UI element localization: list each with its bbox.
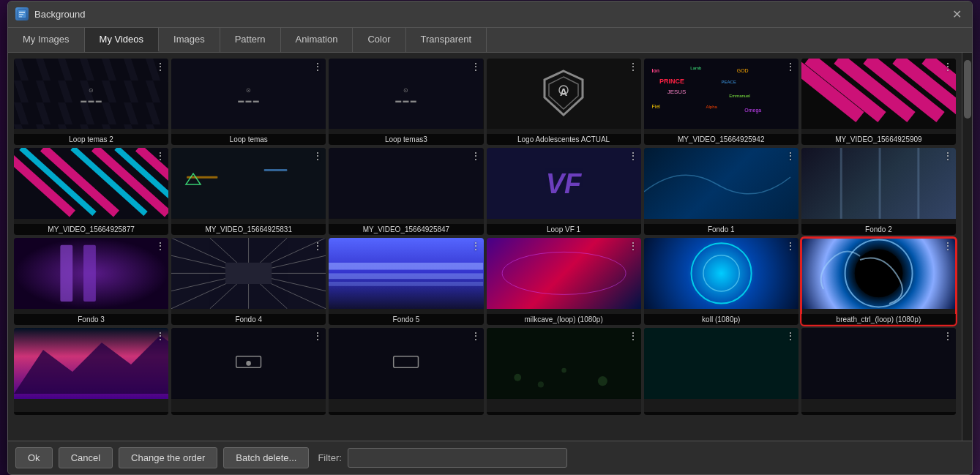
scrollbar-track[interactable] — [962, 53, 972, 441]
svg-rect-94 — [801, 328, 956, 399]
thumb-video-877[interactable]: ⋮ MY_VIDEO_15664925877 — [14, 148, 168, 235]
thumb-menu-icon[interactable]: ⋮ — [471, 151, 481, 161]
svg-rect-1 — [19, 12, 25, 13]
thumb-video-847[interactable]: ⋮ MY_VIDEO_15664925847 — [329, 148, 483, 235]
thumb-dark-plain2[interactable]: ⋮ — [329, 328, 483, 415]
change-order-button[interactable]: Change the order — [119, 447, 217, 468]
thumb-fondo4[interactable]: ⋮ Fondo 4 — [171, 238, 326, 325]
thumb-menu-icon[interactable]: ⋮ — [313, 151, 323, 161]
svg-text:⊙: ⊙ — [89, 86, 94, 93]
thumb-menu-icon[interactable]: ⋮ — [943, 151, 953, 161]
thumb-loop-temas3[interactable]: ⊙ ▬ ▬ ▬ ⋮ Loop temas3 — [329, 59, 483, 146]
thumb-label — [329, 412, 483, 415]
thumb-label — [801, 412, 956, 415]
tab-transparent[interactable]: Transparent — [406, 28, 487, 52]
thumb-green-dark[interactable]: ⋮ — [487, 328, 641, 415]
svg-text:Lamb: Lamb — [690, 65, 702, 70]
thumb-dots[interactable]: ⋮ — [171, 328, 326, 415]
thumb-menu-icon[interactable]: ⋮ — [943, 61, 953, 72]
svg-rect-9 — [171, 59, 326, 130]
thumb-menu-icon[interactable]: ⋮ — [313, 331, 323, 341]
thumb-menu-icon[interactable]: ⋮ — [628, 61, 638, 72]
tab-my-images[interactable]: My Images — [8, 28, 85, 52]
window-title: Background — [34, 9, 85, 20]
svg-point-92 — [537, 381, 543, 387]
tabs-bar: My Images My Videos Images Pattern Anima… — [8, 28, 972, 53]
thumb-mountains[interactable]: ⋮ — [14, 328, 168, 415]
svg-rect-50 — [840, 148, 842, 219]
thumb-label — [644, 412, 798, 415]
thumb-menu-icon[interactable]: ⋮ — [155, 151, 165, 161]
thumb-video-942[interactable]: Ion Lamb GOD PRINCE PEACE JESUS Emmanuel… — [644, 59, 798, 146]
tab-pattern[interactable]: Pattern — [220, 28, 281, 52]
thumb-menu-icon[interactable]: ⋮ — [155, 241, 165, 251]
svg-rect-44 — [171, 148, 326, 219]
thumbnail-grid-area: ⊙ ▬ ▬ ▬ ⋮ Loop temas 2 ⊙ ▬ ▬ ▬ — [8, 53, 962, 441]
svg-rect-73 — [329, 263, 483, 270]
thumb-loop-temas[interactable]: ⊙ ▬ ▬ ▬ ⋮ Loop temas — [171, 59, 326, 146]
thumb-menu-icon[interactable]: ⋮ — [785, 331, 796, 341]
thumb-menu-icon[interactable]: ⋮ — [471, 331, 481, 341]
scrollbar-thumb[interactable] — [964, 60, 971, 119]
thumb-koll[interactable]: ⋮ koll (1080p) — [644, 238, 798, 325]
svg-text:▬ ▬ ▬: ▬ ▬ ▬ — [239, 97, 259, 104]
thumb-menu-icon[interactable]: ⋮ — [628, 331, 638, 341]
thumb-fondo3[interactable]: ⋮ Fondo 3 — [14, 238, 168, 325]
thumb-menu-icon[interactable]: ⋮ — [155, 331, 165, 341]
thumb-label: Fondo 5 — [329, 314, 483, 325]
thumb-menu-icon[interactable]: ⋮ — [785, 151, 796, 161]
thumb-menu-icon[interactable]: ⋮ — [313, 241, 323, 251]
thumb-menu-icon[interactable]: ⋮ — [785, 61, 796, 72]
svg-text:PEACE: PEACE — [721, 79, 736, 83]
thumb-menu-icon[interactable]: ⋮ — [943, 331, 953, 341]
thumb-menu-icon[interactable]: ⋮ — [155, 61, 165, 72]
svg-point-90 — [561, 368, 566, 373]
thumb-teal-dark[interactable]: ⋮ — [644, 328, 798, 415]
svg-rect-12 — [329, 59, 483, 130]
svg-text:PRINCE: PRINCE — [659, 77, 684, 84]
thumb-menu-icon[interactable]: ⋮ — [471, 241, 481, 251]
thumb-loop-temas-2[interactable]: ⊙ ▬ ▬ ▬ ⋮ Loop temas 2 — [14, 59, 168, 146]
svg-rect-76 — [487, 238, 641, 309]
thumb-fondo5[interactable]: ⋮ Fondo 5 — [329, 238, 483, 325]
thumb-menu-icon[interactable]: ⋮ — [628, 241, 638, 251]
svg-point-78 — [691, 243, 751, 303]
thumb-label: Fondo 2 — [801, 224, 956, 235]
thumb-logo[interactable]: A ⋮ Logo Adolescentes ACTUAL — [487, 59, 641, 146]
thumb-menu-icon[interactable]: ⋮ — [785, 241, 796, 251]
svg-text:A: A — [560, 86, 567, 98]
thumb-video-831[interactable]: ⋮ MY_VIDEO_15664925831 — [171, 148, 326, 235]
thumb-menu-icon[interactable]: ⋮ — [471, 61, 481, 72]
thumb-menu-icon[interactable]: ⋮ — [628, 151, 638, 161]
window-icon — [15, 7, 29, 20]
svg-point-85 — [246, 361, 251, 366]
close-button[interactable]: ✕ — [949, 6, 965, 22]
thumb-fondo2[interactable]: ⋮ Fondo 2 — [801, 148, 956, 235]
svg-point-89 — [514, 374, 521, 381]
tab-images[interactable]: Images — [159, 28, 220, 52]
thumb-breath[interactable]: ⋮ breath_ctrl_(loop) (1080p) — [801, 238, 956, 325]
thumb-video-909[interactable]: ⋮ MY_VIDEO_15664925909 — [801, 59, 956, 146]
thumb-fondo1[interactable]: ⋮ Fondo 1 — [644, 148, 798, 235]
thumb-label: MY_VIDEO_15664925831 — [171, 224, 326, 235]
svg-text:▬ ▬ ▬: ▬ ▬ ▬ — [396, 97, 416, 104]
tab-animation[interactable]: Animation — [281, 28, 354, 52]
cancel-button[interactable]: Cancel — [59, 447, 113, 468]
filter-input[interactable] — [348, 448, 567, 468]
thumb-label — [171, 412, 326, 415]
svg-text:Fiel: Fiel — [651, 103, 660, 108]
tab-my-videos[interactable]: My Videos — [85, 28, 159, 52]
thumb-label: MY_VIDEO_15664925942 — [644, 134, 798, 145]
thumb-menu-icon[interactable]: ⋮ — [313, 61, 323, 72]
thumb-milkcave[interactable]: ⋮ milkcave_(loop) (1080p) — [487, 238, 641, 325]
thumb-label — [14, 412, 168, 415]
batch-delete-button[interactable]: Batch delete... — [223, 447, 309, 468]
tab-color[interactable]: Color — [353, 28, 405, 52]
thumb-menu-icon[interactable]: ⋮ — [943, 241, 953, 251]
svg-rect-86 — [329, 328, 483, 399]
svg-rect-93 — [644, 328, 798, 399]
thumb-dark3[interactable]: ⋮ — [801, 328, 956, 415]
thumb-loop-vf[interactable]: VF ⋮ Loop VF 1 — [487, 148, 641, 235]
thumb-label: MY_VIDEO_15664925909 — [801, 134, 956, 145]
ok-button[interactable]: Ok — [15, 447, 53, 468]
